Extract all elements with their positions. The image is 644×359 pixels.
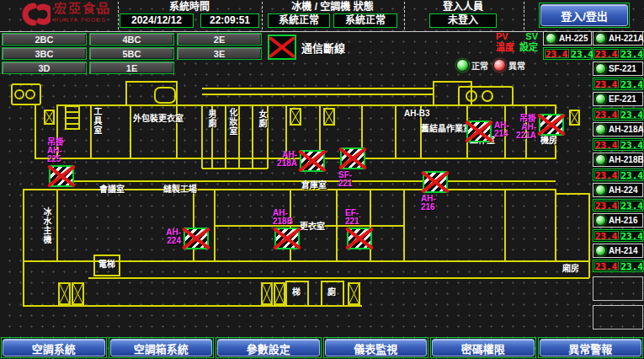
- nav-button-3[interactable]: 參數設定: [217, 339, 320, 356]
- map-unit-label: AH-218B: [273, 209, 300, 226]
- elevator-shaft-icon: [72, 282, 84, 305]
- room-label: 更衣室: [300, 222, 325, 231]
- floor-button-3D[interactable]: 3D: [2, 62, 87, 74]
- unit-header[interactable]: AH-218A: [593, 122, 643, 137]
- nav-button-frame: 參數設定: [216, 337, 322, 358]
- room-label: 廁: [327, 288, 336, 297]
- floor-button-3BC[interactable]: 3BC: [2, 47, 87, 60]
- login-logout-button[interactable]: 登入/登出: [540, 4, 628, 26]
- unit-display-AH-224: AH-22423.423.4: [593, 183, 643, 212]
- unit-sv-value: 23.4: [620, 49, 644, 58]
- unit-name: AH-224: [609, 185, 637, 195]
- floor-button-2E[interactable]: 2E: [177, 33, 262, 46]
- unit-header[interactable]: AH-224: [593, 183, 643, 197]
- floor-button-3E[interactable]: 3E: [177, 47, 262, 60]
- nav-button-1[interactable]: 空調系統: [3, 339, 105, 356]
- floor-button-2BC[interactable]: 2BC: [2, 33, 87, 46]
- nav-button-frame: 異常警報: [538, 337, 644, 358]
- unit-values: 23.423.4: [593, 138, 643, 151]
- comm-lost-unit-icon[interactable]: [300, 150, 325, 172]
- unit-list: AH-221A23.423.4SF-22123.423.4EF-22123.42…: [593, 31, 643, 330]
- login-button-frame: 登入/登出: [539, 3, 630, 28]
- abnormal-label: 異常: [508, 59, 525, 72]
- room-label: 冰水主機: [42, 207, 51, 244]
- map-unit-AH-216: AH-216: [423, 171, 448, 193]
- unit-name: AH-221A: [609, 34, 644, 43]
- unit-values: 23.423.4: [593, 169, 643, 181]
- map-unit-吊掛-AH-221A: 吊掛 AH-221A: [539, 114, 564, 136]
- unit-status-lamp-icon: [595, 215, 606, 226]
- comm-lost-unit-icon[interactable]: [184, 228, 209, 249]
- abnormal-lamp-icon: [493, 59, 506, 72]
- comm-lost-unit-icon[interactable]: [466, 121, 492, 142]
- comm-lost-unit-icon[interactable]: [539, 114, 564, 136]
- pv-label: PV: [496, 31, 508, 42]
- map-unit-AH-224: AH-224: [184, 228, 209, 249]
- map-unit-label: 吊掛 AH-225: [47, 138, 74, 163]
- floor-button-1E[interactable]: 1E: [89, 62, 174, 74]
- nav-button-frame: 空調系統: [1, 337, 107, 358]
- nav-button-4[interactable]: 儀表監視: [325, 339, 428, 356]
- unit-header[interactable]: AH-218B: [593, 153, 643, 167]
- unit-header[interactable]: AH-221A: [593, 31, 643, 46]
- room-label: 化妝室: [228, 108, 237, 136]
- map-unit-label: AH-216: [421, 195, 448, 212]
- elevator-shaft-icon: [261, 282, 273, 305]
- comm-lost-unit-icon[interactable]: [49, 165, 74, 187]
- room-label: 廂房: [562, 265, 579, 273]
- unit-display-SF-221: SF-22123.423.4: [593, 62, 643, 90]
- map-unit-AH-218B: AH-218B: [274, 228, 300, 249]
- unit-display-AH-218B: AH-218B23.423.4: [593, 153, 643, 181]
- unit-status-lamp-icon: [595, 63, 606, 74]
- map-unit-AH-214: AH-214: [466, 121, 492, 142]
- legend-abnormal: 異常: [493, 59, 525, 72]
- nav-button-5[interactable]: 密碼權限: [432, 339, 535, 356]
- logo-title: 宏亞食品: [54, 3, 111, 14]
- system-date-value: 2024/12/12: [120, 13, 194, 28]
- system-time-label: 系統時間: [119, 0, 260, 13]
- unit-pv-value: 23.4: [594, 261, 619, 271]
- unit-name: AH-216: [609, 216, 637, 225]
- unit-name: SF-221: [609, 64, 636, 73]
- unit-pv-value: 23.4: [545, 49, 569, 58]
- pv-desc-label: 溫度: [496, 42, 514, 53]
- comm-lost-unit-icon[interactable]: [274, 228, 300, 249]
- unit-display-AH-216: AH-21623.423.4: [593, 213, 643, 242]
- elevator-shaft-icon: [569, 110, 580, 126]
- room-label: 梯: [292, 288, 301, 297]
- room-label: AH-B3: [404, 110, 430, 118]
- comm-lost-unit-icon[interactable]: [423, 171, 448, 193]
- unit-header[interactable]: EF-221: [593, 92, 643, 106]
- unit-header[interactable]: SF-221: [593, 62, 643, 76]
- unit-values: 23.4 23.4: [543, 47, 592, 60]
- elevator-shaft-icon: [274, 282, 285, 305]
- unit-pv-value: 23.4: [594, 231, 619, 240]
- unit-header[interactable]: AH-214: [593, 244, 643, 258]
- floor-buttons: 2BC4BC2E3BC5BC3E3D1E: [2, 33, 262, 74]
- room-label: 縫製工場: [163, 185, 197, 194]
- room-label: 外包裝更衣室: [133, 115, 184, 123]
- system-time-section: 系統時間 2024/12/12 22:09:51: [119, 0, 260, 30]
- comm-lost-unit-icon[interactable]: [347, 228, 372, 249]
- comm-lost-label: 通信斷線: [301, 40, 345, 56]
- empty-unit-slot: [593, 276, 643, 301]
- room-label: 舊結晶作業室: [421, 125, 471, 133]
- unit-pv-value: 23.4: [594, 110, 619, 119]
- unit-pv-value: 23.4: [594, 140, 619, 149]
- floor-button-5BC[interactable]: 5BC: [89, 47, 174, 60]
- comm-lost-x-icon: [268, 35, 296, 60]
- nav-button-6[interactable]: 異常警報: [540, 339, 642, 356]
- bottom-nav-bar: 空調系統空調箱系統參數設定儀表監視密碼權限異常警報: [0, 336, 644, 359]
- login-user-label: 登入人員: [405, 0, 521, 13]
- comm-lost-unit-icon[interactable]: [340, 147, 365, 169]
- floor-button-4BC[interactable]: 4BC: [89, 33, 174, 46]
- room-label: 會議室: [99, 185, 125, 194]
- room-label: 男廁: [207, 110, 216, 128]
- unit-sv-value: 23.4: [620, 261, 644, 271]
- login-user-value: 未登入: [429, 13, 497, 28]
- nav-button-2[interactable]: 空調箱系統: [110, 339, 213, 356]
- unit-sv-value: 23.4: [620, 110, 644, 119]
- unit-header[interactable]: AH-225: [543, 31, 592, 46]
- unit-header[interactable]: AH-216: [593, 213, 643, 228]
- normal-lamp-icon: [456, 59, 469, 72]
